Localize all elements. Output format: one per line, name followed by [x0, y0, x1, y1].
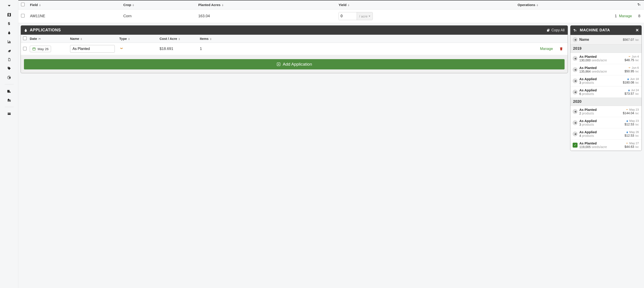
check-icon: ✓ [572, 143, 578, 148]
main-content: Field▲▼ Crop▲▼ Planted Acres▲▼ Yield▲▼ O… [18, 0, 644, 288]
md-item-sub: 119,005 seeds/acre [579, 145, 623, 149]
md-item-title: As Planted [579, 55, 623, 59]
md-item-cost: $180.08 /ac [623, 81, 639, 84]
md-item-sub: 135,864 seeds/acre [579, 70, 623, 73]
back-icon[interactable]: ◀ [572, 37, 578, 42]
sort-icon: ▲▼ [178, 38, 180, 40]
md-item-title: As Applied [579, 88, 623, 92]
bar-chart-icon[interactable] [0, 37, 18, 46]
yield-unit-dropdown[interactable]: / acre [357, 12, 372, 20]
app-row-checkbox[interactable] [23, 47, 27, 50]
svg-rect-0 [33, 48, 35, 50]
machine-data-summary: ◀ Name $567.07 /ac [570, 35, 642, 45]
machine-data-item[interactable]: ◀As Applied4 products May 26$12.53 /ac [570, 128, 642, 140]
delete-icon[interactable] [559, 47, 563, 51]
apps-col-name[interactable]: Name [70, 37, 79, 41]
machine-data-item[interactable]: ◀As Planted130,000 seeds/acre Jun 4$48.7… [570, 53, 642, 64]
chevron-down-icon[interactable] [0, 1, 18, 10]
app-manage-link[interactable]: Manage [540, 47, 553, 51]
select-all-checkbox[interactable] [21, 3, 24, 6]
document-icon[interactable] [0, 55, 18, 64]
apps-col-items[interactable]: Items [200, 37, 208, 41]
drop-icon [24, 28, 28, 32]
map-icon[interactable] [0, 10, 18, 19]
machine-data-item[interactable]: ◀As Applied3 products Jun 18$180.08 /ac [570, 75, 642, 86]
credit-card-icon[interactable] [0, 109, 18, 118]
yield-input-group: / acre [338, 12, 373, 20]
plus-square-icon [276, 62, 280, 66]
machine-data-total: $567.07 [623, 38, 634, 42]
md-item-cost: $12.53 /ac [624, 134, 639, 137]
arrow-left-icon: ◀ [572, 120, 578, 125]
md-item-date: May 26 [624, 130, 639, 134]
apps-col-cost[interactable]: Cost / Acre [160, 37, 177, 41]
dollar-icon[interactable] [0, 19, 18, 28]
sort-icon: ▲▼ [80, 38, 82, 40]
crop-value: Corn [120, 10, 196, 23]
md-item-date: Jun 4 [624, 55, 639, 58]
crop-row: AM11NE Corn 163.04 / acre 1 Manage 8 [18, 10, 644, 23]
md-item-title: As Planted [579, 141, 623, 145]
apps-col-type[interactable]: Type [119, 37, 127, 41]
caret-down-icon [368, 16, 370, 17]
apps-select-all[interactable] [23, 37, 27, 40]
machine-data-item[interactable]: ◀As Planted135,864 seeds/acre Jun 6$50.9… [570, 64, 642, 75]
operations-manage-link[interactable]: Manage [619, 14, 632, 18]
yield-input[interactable] [339, 12, 357, 20]
sidebar [0, 0, 18, 288]
md-item-cost: $12.53 /ac [624, 123, 639, 126]
col-field[interactable]: Field▲▼ [27, 1, 120, 10]
sort-icon: ▲▼ [132, 4, 134, 6]
machine-data-item[interactable]: ◀As Applied6 products Jul 24$73.57 /ac [570, 86, 642, 98]
year-header: 2019 [570, 45, 642, 53]
application-name-input[interactable] [70, 45, 115, 53]
md-item-sub: 3 products [579, 123, 623, 126]
machine-data-item[interactable]: ✓As Planted119,005 seeds/acre May 27$44.… [570, 140, 642, 151]
leaf-icon[interactable] [0, 46, 18, 55]
col-tractor [634, 1, 644, 10]
building-icon[interactable] [0, 96, 18, 105]
machine-data-item[interactable]: ◀As Applied3 products May 23$12.53 /ac [570, 117, 642, 128]
tractor-icon [637, 3, 641, 6]
applications-title: APPLICATIONS [30, 28, 61, 33]
col-planted-acres[interactable]: Planted Acres▲▼ [196, 1, 336, 10]
md-item-cost: $44.63 /ac [624, 145, 639, 148]
sort-desc-icon [38, 38, 41, 40]
field-value: AM11NE [27, 10, 120, 23]
row-checkbox[interactable] [21, 14, 24, 18]
md-item-cost: $73.57 /ac [624, 92, 639, 95]
sort-icon: ▲▼ [128, 38, 130, 40]
sort-icon: ▲▼ [39, 4, 41, 6]
copy-all-button[interactable]: Copy All [546, 28, 564, 32]
arrow-left-icon: ◀ [572, 78, 578, 83]
col-yield[interactable]: Yield▲▼ [336, 1, 515, 10]
md-item-sub: 130,000 seeds/acre [579, 59, 623, 62]
add-application-button[interactable]: Add Application [24, 59, 564, 69]
machine-data-header: MACHINE DATA ✕ [570, 26, 642, 35]
machine-data-item[interactable]: ◀As Planted2 products May 23$144.04 /ac [570, 106, 642, 117]
seedling-icon [119, 47, 124, 51]
md-item-title: As Applied [579, 77, 621, 81]
tractor-count: 8 [634, 10, 644, 23]
truck-icon[interactable] [0, 87, 18, 96]
application-row: May 26 $18.691 1 Manage [21, 43, 568, 55]
tag-icon[interactable] [0, 64, 18, 73]
tractor-icon [573, 29, 578, 32]
md-item-sub: 4 products [579, 134, 623, 138]
date-picker[interactable]: May 26 [30, 46, 51, 52]
md-item-title: As Applied [579, 130, 623, 134]
md-item-cost: $48.75 /ac [624, 58, 639, 62]
drop-icon[interactable] [0, 28, 18, 37]
applications-panel: APPLICATIONS Copy All Date Name▲▼ Type▲▼… [20, 25, 568, 73]
apps-col-date[interactable]: Date [30, 37, 37, 41]
applications-header: APPLICATIONS Copy All [21, 26, 568, 35]
col-crop[interactable]: Crop▲▼ [120, 1, 196, 10]
md-item-date: Jun 6 [624, 66, 639, 69]
col-operations[interactable]: Operations▲▼ [515, 1, 634, 10]
close-icon[interactable]: ✕ [636, 28, 639, 33]
arrow-left-icon: ◀ [572, 109, 578, 114]
md-item-sub: 3 products [579, 81, 621, 84]
md-item-cost: $50.95 /ac [624, 69, 639, 73]
pie-chart-icon[interactable] [0, 73, 18, 82]
md-item-sub: 2 products [579, 112, 621, 115]
